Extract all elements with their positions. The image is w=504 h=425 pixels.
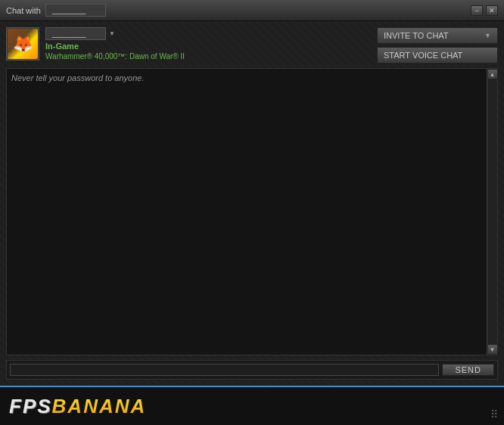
- game-title: Warhammer® 40,000™: Dawn of War® II: [45, 52, 185, 60]
- footer: FPS BANANA ⠿: [0, 386, 504, 425]
- main-content: 🦊 ________ ▼ In-Game Warhammer® 40,000™:…: [0, 21, 504, 386]
- title-text: Chat with: [6, 6, 41, 15]
- close-button[interactable]: ✕: [486, 5, 498, 16]
- user-info: 🦊 ________ ▼ In-Game Warhammer® 40,000™:…: [6, 27, 185, 60]
- username-display: ________: [45, 27, 106, 40]
- title-bar-left: Chat with ________: [6, 4, 106, 17]
- chat-area[interactable]: Never tell your password to anyone.: [7, 69, 487, 355]
- status-label: In-Game: [45, 42, 185, 51]
- title-username: ________: [45, 4, 106, 17]
- scrollbar-track: ▲ ▼: [487, 69, 497, 355]
- top-section: 🦊 ________ ▼ In-Game Warhammer® 40,000™:…: [6, 27, 498, 64]
- invite-to-chat-label: INVITE TO CHAT: [384, 31, 449, 40]
- chat-input[interactable]: [10, 364, 439, 376]
- invite-dropdown-icon: ▼: [484, 32, 491, 39]
- send-button[interactable]: SEND: [442, 364, 494, 376]
- logo-fps-text: FPS: [9, 395, 52, 418]
- logo-banana-text: BANANA: [52, 395, 147, 418]
- footer-dots-icon: ⠿: [490, 408, 498, 420]
- title-bar: Chat with ________ – ✕: [0, 0, 504, 21]
- avatar: 🦊: [6, 27, 39, 60]
- scrollbar-thumb[interactable]: [487, 79, 497, 344]
- invite-to-chat-button[interactable]: INVITE TO CHAT ▼: [377, 27, 498, 44]
- input-row: SEND: [6, 360, 498, 380]
- username-area: ________ ▼: [45, 27, 185, 40]
- title-bar-controls: – ✕: [471, 5, 498, 16]
- scrollbar-up-button[interactable]: ▲: [487, 69, 498, 79]
- minimize-button[interactable]: –: [471, 5, 483, 16]
- scrollbar-down-button[interactable]: ▼: [487, 344, 498, 355]
- right-buttons: INVITE TO CHAT ▼ START VOICE CHAT: [377, 27, 498, 64]
- dropdown-arrow-icon[interactable]: ▼: [109, 30, 115, 37]
- start-voice-chat-label: START VOICE CHAT: [384, 51, 462, 60]
- footer-logo: FPS BANANA: [9, 395, 146, 418]
- safety-message: Never tell your password to anyone.: [11, 73, 482, 82]
- user-details: ________ ▼ In-Game Warhammer® 40,000™: D…: [45, 27, 185, 60]
- chat-area-wrapper: Never tell your password to anyone. ▲ ▼: [6, 68, 498, 355]
- avatar-image: 🦊: [8, 29, 38, 59]
- start-voice-chat-button[interactable]: START VOICE CHAT: [377, 47, 498, 64]
